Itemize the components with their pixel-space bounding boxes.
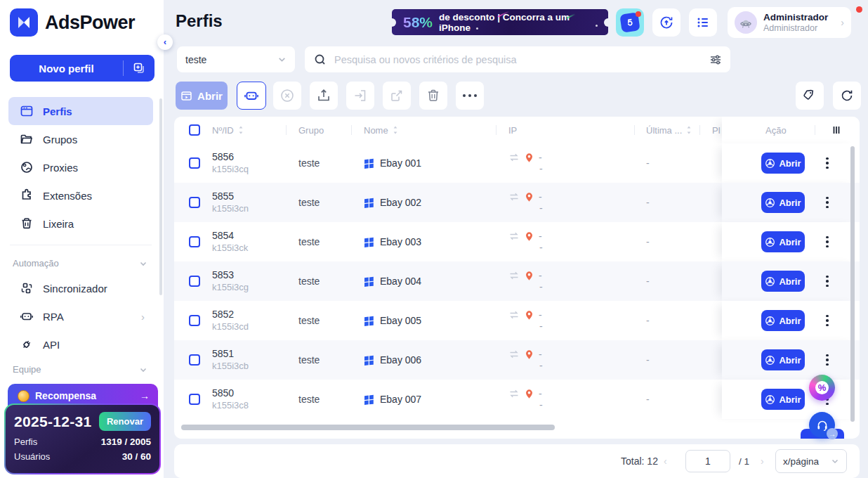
table-row[interactable]: 5852 k155i3cd teste Ebay 005 - - - Abrir xyxy=(174,301,860,340)
row-open-button[interactable]: Abrir xyxy=(761,231,805,252)
windows-icon xyxy=(364,157,374,169)
column-header-last[interactable]: Última ... xyxy=(646,125,712,136)
row-checkbox[interactable] xyxy=(189,197,200,208)
arrow-right-icon: → xyxy=(140,390,150,401)
divider xyxy=(10,245,152,245)
sidebar-item-grupos[interactable]: Grupos xyxy=(8,125,153,153)
sidebar-item-lixeira[interactable]: Lixeira xyxy=(8,209,153,238)
sidebar-item-sincronizador[interactable]: Sincronizador xyxy=(8,274,153,302)
next-page-button[interactable]: › xyxy=(761,456,764,467)
table-row[interactable]: 5855 k155i3cn teste Ebay 002 - - - Abrir xyxy=(174,183,860,222)
discount-fab[interactable]: % xyxy=(809,375,835,401)
profile-group: teste xyxy=(298,354,364,366)
brand-name: AdsPower xyxy=(45,12,135,34)
row-more-button[interactable] xyxy=(820,193,834,212)
location-pin-icon xyxy=(524,271,534,281)
prev-page-button[interactable]: ‹ xyxy=(664,456,667,467)
chevron-right-icon: › xyxy=(841,17,844,28)
profile-name: Ebay 003 xyxy=(380,236,421,247)
sort-icon[interactable] xyxy=(685,125,693,135)
brand-logo: AdsPower xyxy=(0,0,164,44)
table-row[interactable]: 5851 k155i3cb teste Ebay 006 - - - Abrir xyxy=(174,340,860,380)
sidebar-item-proxies[interactable]: Proxies xyxy=(8,153,153,181)
table-row[interactable]: 5850 k155i3c8 teste Ebay 007 - - - Abrir xyxy=(174,380,860,419)
row-open-button[interactable]: Abrir xyxy=(761,153,805,174)
column-header-name[interactable]: Nome xyxy=(364,125,508,136)
close-all-button[interactable] xyxy=(273,82,301,110)
promo-banner[interactable]: 58% de desconto | Concorra a um iPhone xyxy=(392,9,608,35)
sidebar-item-perfis[interactable]: Perfis xyxy=(8,97,153,125)
row-open-button[interactable]: Abrir xyxy=(761,192,805,213)
table-body: 5856 k155i3cq teste Ebay 001 - - - Abrir xyxy=(174,143,860,419)
renew-button[interactable]: Renovar xyxy=(99,412,151,431)
divider xyxy=(634,125,635,135)
row-checkbox[interactable] xyxy=(189,315,200,326)
profile-number: 5855 xyxy=(212,190,298,202)
row-open-button[interactable]: Abrir xyxy=(761,389,805,410)
new-profile-button[interactable]: Novo perfil xyxy=(10,55,154,82)
column-settings-icon[interactable] xyxy=(831,124,842,136)
advanced-filter-icon[interactable] xyxy=(709,53,722,66)
row-open-button[interactable]: Abrir xyxy=(761,271,805,292)
page-input[interactable] xyxy=(685,450,730,472)
page-size-dropdown[interactable]: x/página xyxy=(775,449,847,473)
row-checkbox[interactable] xyxy=(189,157,200,169)
location-pin-icon xyxy=(524,231,534,242)
table-row[interactable]: 5853 k155i3cg teste Ebay 004 - - - Abrir xyxy=(174,261,860,301)
refresh-button[interactable] xyxy=(833,82,861,110)
move-to-group-button[interactable] xyxy=(346,82,374,110)
sidebar-item-label: RPA xyxy=(43,311,64,323)
support-fab[interactable]: → xyxy=(809,412,835,438)
sidebar-item-label: API xyxy=(43,339,60,351)
sidebar-item-api[interactable]: API xyxy=(8,330,153,358)
batch-create-icon[interactable] xyxy=(124,62,154,75)
transfer-icon xyxy=(508,231,520,242)
rpa-batch-button[interactable] xyxy=(237,82,266,110)
sidebar-scrollbar[interactable] xyxy=(159,98,162,295)
task-list-button[interactable] xyxy=(689,8,717,37)
sidebar-item-extensoes[interactable]: Extensões xyxy=(8,181,153,209)
sort-icon[interactable] xyxy=(391,125,400,135)
search-input[interactable] xyxy=(334,54,702,65)
sidebar-item-rpa[interactable]: RPA › xyxy=(8,302,153,330)
delete-button[interactable] xyxy=(419,82,447,110)
chevron-down-icon xyxy=(139,366,147,374)
plan-profiles-value: 1319 / 2005 xyxy=(101,437,151,447)
more-actions-button[interactable] xyxy=(456,82,484,110)
row-checkbox[interactable] xyxy=(189,354,200,366)
row-more-button[interactable] xyxy=(820,351,834,369)
profile-name: Ebay 007 xyxy=(380,394,421,405)
update-button[interactable] xyxy=(652,8,680,37)
horizontal-scrollbar[interactable] xyxy=(181,425,555,430)
section-automacao[interactable]: Automação xyxy=(8,252,153,274)
location-pin-icon xyxy=(524,389,534,399)
group-filter-dropdown[interactable]: teste xyxy=(177,46,295,72)
row-checkbox[interactable] xyxy=(189,236,200,247)
row-open-button[interactable]: Abrir xyxy=(761,349,805,370)
vertical-scrollbar[interactable] xyxy=(850,146,855,422)
account-menu[interactable]: Administrador Administrador › xyxy=(728,7,851,38)
row-more-button[interactable] xyxy=(820,233,834,251)
row-more-button[interactable] xyxy=(820,311,834,330)
export-button[interactable] xyxy=(310,82,338,110)
row-more-button[interactable] xyxy=(820,154,834,172)
community-button[interactable] xyxy=(616,8,644,37)
transfer-icon xyxy=(508,309,520,321)
share-button[interactable] xyxy=(383,82,411,110)
section-equipe[interactable]: Equipe xyxy=(8,358,153,380)
open-selected-button[interactable]: Abrir xyxy=(176,82,228,110)
row-checkbox[interactable] xyxy=(189,394,200,405)
table-row[interactable]: 5854 k155i3ck teste Ebay 003 - - - Abrir xyxy=(174,222,860,261)
sidebar-collapse-button[interactable]: ‹ xyxy=(157,34,173,50)
select-all-checkbox[interactable] xyxy=(189,124,200,136)
row-checkbox[interactable] xyxy=(189,276,200,287)
row-more-button[interactable] xyxy=(820,272,834,290)
ip-value: - xyxy=(539,191,542,202)
tags-button[interactable] xyxy=(796,82,824,110)
chrome-browser-icon xyxy=(765,276,775,287)
row-open-button[interactable]: Abrir xyxy=(761,310,805,331)
sort-icon[interactable] xyxy=(237,125,245,135)
table-row[interactable]: 5856 k155i3cq teste Ebay 001 - - - Abrir xyxy=(174,143,860,183)
coin-icon xyxy=(18,390,29,402)
browser-window-icon xyxy=(180,90,192,102)
